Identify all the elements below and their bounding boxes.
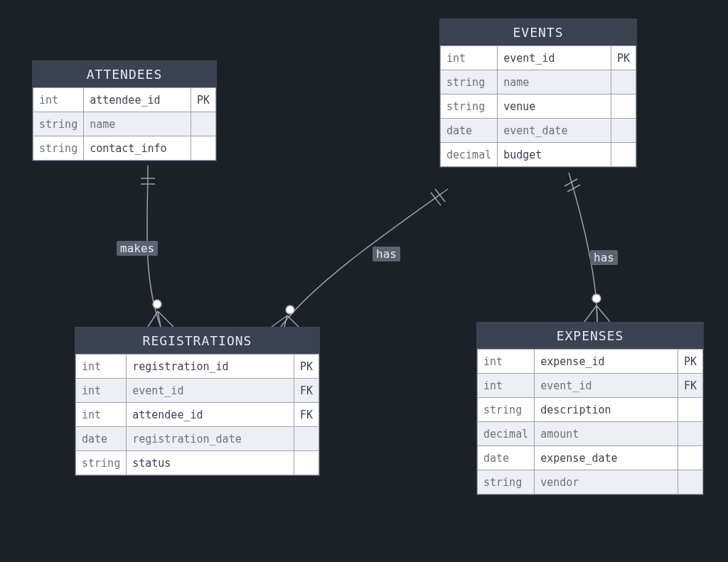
table-row: int expense_id PK	[478, 350, 703, 374]
col-key: PK	[191, 88, 215, 112]
table-row: date expense_date	[478, 446, 703, 470]
col-name: vendor	[535, 470, 678, 495]
col-type: string	[478, 398, 535, 422]
table-row: string name	[33, 112, 216, 136]
table-row: decimal amount	[478, 422, 703, 446]
entity-table: int attendee_id PK string name string co…	[33, 87, 216, 161]
col-type: string	[76, 451, 127, 475]
col-type: int	[441, 46, 498, 70]
table-row: int event_id PK	[441, 46, 636, 70]
svg-line-3	[431, 193, 441, 205]
table-row: int attendee_id FK	[76, 403, 319, 427]
col-key: FK	[294, 379, 318, 403]
table-row: string contact_info	[33, 136, 216, 161]
col-type: string	[441, 70, 498, 94]
col-type: string	[33, 112, 84, 136]
entity-table: int registration_id PK int event_id FK i…	[75, 354, 319, 475]
col-name: budget	[498, 143, 611, 167]
col-key	[678, 398, 702, 422]
entity-events: EVENTS int event_id PK string name strin…	[439, 18, 637, 168]
col-type: string	[478, 470, 535, 495]
col-key	[678, 470, 702, 495]
col-type: int	[478, 374, 535, 398]
col-name: attendee_id	[127, 403, 294, 427]
col-type: int	[76, 403, 127, 427]
col-type: date	[76, 427, 127, 451]
col-key: PK	[611, 46, 636, 70]
svg-line-7	[567, 185, 580, 192]
entity-title: ATTENDEES	[33, 61, 216, 87]
entity-table: int expense_id PK int event_id FK string…	[477, 349, 703, 495]
col-key	[611, 94, 636, 119]
svg-point-2	[153, 300, 161, 308]
relationship-label-has: has	[373, 247, 400, 261]
col-key: PK	[678, 350, 702, 374]
col-key	[294, 427, 318, 451]
table-row: string status	[76, 451, 319, 475]
col-type: int	[76, 355, 127, 379]
col-name: event_id	[127, 379, 294, 403]
col-type: int	[478, 350, 535, 374]
col-type: decimal	[441, 143, 498, 167]
entity-expenses: EXPENSES int expense_id PK int event_id …	[476, 322, 704, 495]
entity-title: EXPENSES	[477, 323, 703, 349]
relationship-label-makes: makes	[117, 241, 158, 256]
entity-attendees: ATTENDEES int attendee_id PK string name…	[32, 60, 217, 161]
col-name: expense_id	[535, 350, 678, 374]
col-name: event_id	[535, 374, 678, 398]
col-type: int	[33, 88, 84, 112]
col-name: description	[535, 398, 678, 422]
col-name: registration_date	[127, 427, 294, 451]
col-key: PK	[294, 355, 318, 379]
col-key	[294, 451, 318, 475]
col-name: venue	[498, 94, 611, 119]
table-row: string name	[441, 70, 636, 94]
relationship-label-has: has	[590, 250, 618, 265]
col-name: name	[84, 112, 191, 136]
entity-registrations: REGISTRATIONS int registration_id PK int…	[75, 327, 320, 476]
table-row: date registration_date	[76, 427, 319, 451]
svg-point-5	[286, 306, 294, 314]
table-row: string vendor	[478, 470, 703, 495]
table-row: string venue	[441, 94, 636, 119]
table-row: int attendee_id PK	[33, 88, 216, 112]
table-row: date event_date	[441, 119, 636, 143]
col-name: event_id	[498, 46, 611, 70]
col-type: string	[33, 136, 84, 161]
entity-title: REGISTRATIONS	[75, 328, 319, 354]
col-name: event_date	[498, 119, 611, 143]
col-name: contact_info	[84, 136, 191, 161]
col-type: string	[441, 94, 498, 119]
col-type: date	[441, 119, 498, 143]
col-type: date	[478, 446, 535, 470]
col-name: name	[498, 70, 611, 94]
svg-line-4	[435, 189, 445, 202]
svg-point-8	[592, 294, 601, 303]
col-key	[678, 422, 702, 446]
col-type: decimal	[478, 422, 535, 446]
col-name: attendee_id	[84, 88, 191, 112]
col-name: amount	[535, 422, 678, 446]
col-key	[191, 136, 215, 161]
col-key	[611, 143, 636, 167]
table-row: decimal budget	[441, 143, 636, 167]
table-row: string description	[478, 398, 703, 422]
col-key	[678, 446, 702, 470]
col-name: expense_date	[535, 446, 678, 470]
col-type: int	[76, 379, 127, 403]
col-key	[191, 112, 215, 136]
entity-table: int event_id PK string name string venue…	[440, 45, 636, 167]
entity-title: EVENTS	[440, 19, 636, 45]
col-name: registration_id	[127, 355, 294, 379]
col-key	[611, 70, 636, 94]
table-row: int registration_id PK	[76, 355, 319, 379]
svg-line-6	[564, 179, 577, 186]
col-key	[611, 119, 636, 143]
table-row: int event_id FK	[76, 379, 319, 403]
table-row: int event_id FK	[478, 374, 703, 398]
col-key: FK	[294, 403, 318, 427]
col-name: status	[127, 451, 294, 475]
col-key: FK	[678, 374, 702, 398]
